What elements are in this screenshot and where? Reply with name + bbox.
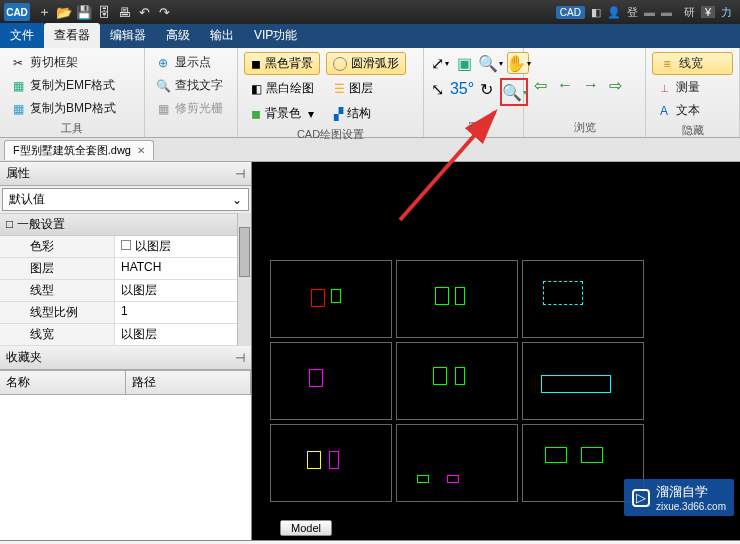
watermark-brand: 溜溜自学 [656,484,708,499]
text-button[interactable]: A文本 [652,100,733,121]
zoom-in-icon[interactable]: 🔍▾ [479,52,501,74]
ruler-icon: ⟂ [656,80,672,96]
fav-col-name[interactable]: 名称 [0,371,126,394]
file-tab[interactable]: F型别墅建筑全套图.dwg ✕ [4,140,154,160]
play-icon: ▷ [632,489,650,507]
command-line[interactable]: 命令行 [0,540,740,544]
pin-icon[interactable]: ⊣ [235,167,245,181]
color-icon: ◼ [251,107,261,121]
show-point-button[interactable]: ⊕显示点 [151,52,231,73]
tab-editor[interactable]: 编辑器 [100,23,156,48]
properties-header: 属性 ⊣ [0,162,251,186]
title-bar: CAD ＋ 📂 💾 🗄 🖶 ↶ ↷ CAD ◧ 👤 登 ▬▬ 研 ¥ 力 [0,0,740,24]
prop-row: 线宽以图层 [0,324,237,346]
user-icon[interactable]: 👤 [607,6,621,19]
bg-icon: ◼ [251,57,261,71]
user-suffix: 研 [684,5,695,20]
line-width-button[interactable]: ≡线宽 [652,52,733,75]
file-tab-label: F型别墅建筑全套图.dwg [13,143,131,158]
text-icon: A [656,103,672,119]
prop-category[interactable]: □一般设置 [0,213,237,236]
open-icon[interactable]: 📂 [54,2,74,22]
watermark: ▷ 溜溜自学 zixue.3d66.com [624,479,734,516]
close-icon[interactable]: ✕ [137,145,145,156]
copy-emf-button[interactable]: ▦复制为EMF格式 [6,75,138,96]
cad-badge: CAD [556,6,585,19]
prop-row: 线型比例1 [0,302,237,324]
ribbon-group-cad-settings: ◼黑色背景 圆滑弧形 ◧黑白绘图 ☰图层 ◼背景色 ▾ ▞结构 CAD绘图设置 [238,48,424,137]
tab-file[interactable]: 文件 [0,23,44,48]
bw-icon: ◧ [251,82,262,96]
circle-icon [333,57,347,71]
nav-prev-icon[interactable]: ← [553,74,577,96]
left-panel: 属性 ⊣ 默认值 ⌄ □一般设置 色彩以图层 图层HATCH 线型以图层 线型比… [0,162,252,540]
bmp-icon: ▦ [10,101,26,117]
zoom-extent-icon[interactable]: ⤢▾ [430,52,450,74]
scissors-icon: ✂ [10,55,26,71]
chevron-down-icon: ⌄ [232,193,242,207]
favorites-header: 收藏夹 ⊣ [0,346,251,370]
group-label-position: 置 [430,120,517,135]
nav-last-icon[interactable]: ⇨ [605,74,626,97]
smooth-arc-button[interactable]: 圆滑弧形 [326,52,406,75]
default-dropdown[interactable]: 默认值 ⌄ [2,188,249,211]
measure-button[interactable]: ⟂测量 [652,77,733,98]
favorites-title: 收藏夹 [6,349,42,366]
saveas-icon[interactable]: 🗄 [94,2,114,22]
prop-row: 图层HATCH [0,258,237,280]
ribbon-group-browse: ⇦ ← → ⇨ 浏览 [524,48,646,137]
prop-row: 色彩以图层 [0,236,237,258]
menu-bar: 文件 查看器 编辑器 高级 输出 VIP功能 [0,24,740,48]
redo-icon[interactable]: ↷ [154,2,174,22]
tab-vip[interactable]: VIP功能 [244,23,307,48]
crop-frame-button[interactable]: ✂剪切框架 [6,52,138,73]
structure-icon: ▞ [334,107,343,121]
tab-output[interactable]: 输出 [200,23,244,48]
nav-next-icon[interactable]: → [579,74,603,96]
fav-col-path[interactable]: 路径 [126,371,252,394]
bg-color-button[interactable]: ◼背景色 ▾ [244,102,321,125]
undo-icon[interactable]: ↶ [134,2,154,22]
user-prefix: 登 [627,5,638,20]
drawing-thumbnails [270,260,644,502]
zoom-all-icon[interactable]: ⤡ [430,78,445,100]
app-logo: CAD [4,3,30,21]
zoom-window-icon[interactable]: ▣ [456,52,473,74]
scrollbar[interactable] [237,213,251,346]
nav-first-icon[interactable]: ⇦ [530,74,551,97]
prop-row: 线型以图层 [0,280,237,302]
mystery-icon[interactable]: ◧ [591,6,601,19]
bw-draw-button[interactable]: ◧黑白绘图 [244,77,321,100]
ribbon: ✂剪切框架 ▦复制为EMF格式 ▦复制为BMP格式 工具 ⊕显示点 🔍查找文字 … [0,48,740,138]
group-label-browse: 浏览 [530,120,639,135]
ribbon-group-hide: ≡线宽 ⟂测量 A文本 隐藏 [646,48,740,137]
group-label-hide: 隐藏 [652,123,733,138]
properties-grid: □一般设置 色彩以图层 图层HATCH 线型以图层 线型比例1 线宽以图层 [0,213,237,346]
rotate-icon[interactable]: 35° [451,78,473,100]
tab-advanced[interactable]: 高级 [156,23,200,48]
point-icon: ⊕ [155,55,171,71]
ribbon-group-position: ⤢▾ ▣ 🔍▾ ✋▾ ⤡ 35° ↻ 🔍▾ 置 [424,48,524,137]
trim-grid-button[interactable]: ▦修剪光栅 [151,98,231,119]
ribbon-group-display: ⊕显示点 🔍查找文字 ▦修剪光栅 [145,48,238,137]
ribbon-group-tools: ✂剪切框架 ▦复制为EMF格式 ▦复制为BMP格式 工具 [0,48,145,137]
watermark-url: zixue.3d66.com [656,501,726,512]
pin-icon[interactable]: ⊣ [235,351,245,365]
favorites-table: 名称 路径 [0,370,251,540]
layers-button[interactable]: ☰图层 [327,77,380,100]
grid-icon: ▦ [155,101,171,117]
search-icon: 🔍 [155,78,171,94]
copy-bmp-button[interactable]: ▦复制为BMP格式 [6,98,138,119]
orbit-icon[interactable]: ↻ [479,78,494,100]
tab-viewer[interactable]: 查看器 [44,23,100,48]
group-label-tools: 工具 [6,121,138,136]
model-tab[interactable]: Model [280,520,332,536]
yen-icon[interactable]: ¥ [701,6,715,18]
black-bg-button[interactable]: ◼黑色背景 [244,52,320,75]
lineweight-icon: ≡ [659,56,675,72]
new-icon[interactable]: ＋ [34,2,54,22]
print-icon[interactable]: 🖶 [114,2,134,22]
save-icon[interactable]: 💾 [74,2,94,22]
structure-button[interactable]: ▞结构 [327,102,378,125]
find-text-button[interactable]: 🔍查找文字 [151,75,231,96]
